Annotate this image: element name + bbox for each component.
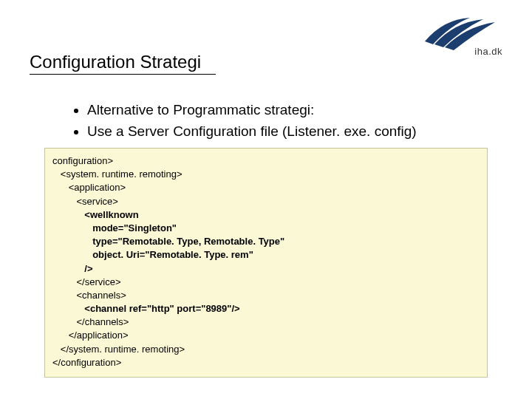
code-line: </application> xyxy=(52,329,480,342)
code-line: </configuration> xyxy=(52,356,480,369)
logo-text: iha.dk xyxy=(474,46,502,57)
bullet-item: Use a Server Configuration file (Listene… xyxy=(87,122,495,142)
code-line: <channel ref="http" port="8989"/> xyxy=(52,302,480,316)
code-line: <application> xyxy=(52,181,480,194)
code-line: type="Remotable. Type, Remotable. Type" xyxy=(52,235,480,248)
code-line: configuration> xyxy=(52,154,480,168)
code-line: /> xyxy=(52,262,480,276)
code-line: <service> xyxy=(52,195,480,208)
slide: iha.dk Configuration Strategi Alternativ… xyxy=(0,0,532,399)
code-line: <system. runtime. remoting> xyxy=(52,168,480,181)
bullet-item: Alternative to Programmatic strategi: xyxy=(87,100,495,120)
code-line: object. Uri="Remotable. Type. rem" xyxy=(52,248,480,262)
code-line: <channels> xyxy=(52,289,480,302)
code-line: <wellknown xyxy=(52,208,480,222)
code-line: mode="Singleton" xyxy=(52,222,480,235)
code-line: </service> xyxy=(52,276,480,289)
bullet-list: Alternative to Programmatic strategi: Us… xyxy=(71,100,495,143)
page-title: Configuration Strategi xyxy=(30,52,216,75)
code-line: </channels> xyxy=(52,316,480,329)
code-block: configuration> <system. runtime. remotin… xyxy=(44,148,488,378)
logo: iha.dk xyxy=(421,15,502,63)
code-line: </system. runtime. remoting> xyxy=(52,343,480,356)
